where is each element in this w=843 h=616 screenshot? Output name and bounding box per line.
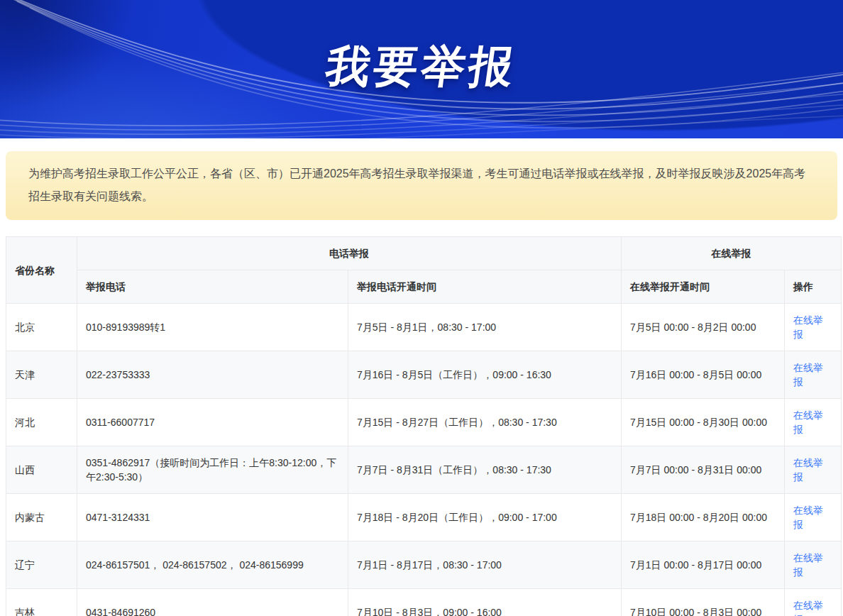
table-row: 山西0351-4862917（接听时间为工作日：上午8:30-12:00，下午2… [6,446,842,494]
province-cell: 内蒙古 [6,494,77,541]
phone-time-cell: 7月10日 - 8月3日，09:00 - 16:00 [348,589,622,616]
table-row: 北京010-89193989转17月5日 - 8月1日，08:30 - 17:0… [6,304,842,351]
hero-banner: 我要举报 [0,0,843,138]
online-time-cell: 7月10日 00:00 - 8月3日 00:00 [622,589,785,616]
phone-time-cell: 7月18日 - 8月20日（工作日），09:00 - 17:00 [348,494,622,541]
header-online-time: 在线举报开通时间 [622,270,785,304]
action-cell: 在线举报 [785,399,842,446]
action-cell: 在线举报 [785,351,842,399]
table-body: 北京010-89193989转17月5日 - 8月1日，08:30 - 17:0… [6,304,842,616]
online-time-cell: 7月18日 00:00 - 8月20日 00:00 [622,494,785,541]
online-time-cell: 7月7日 00:00 - 8月31日 00:00 [622,446,785,494]
online-report-link[interactable]: 在线举报 [793,600,823,616]
notice-box: 为维护高考招生录取工作公平公正，各省（区、市）已开通2025年高考招生录取举报渠… [6,151,837,220]
header-online-group: 在线举报 [622,237,842,270]
header-phone: 举报电话 [77,270,348,304]
phone-cell: 0471-3124331 [77,494,348,541]
phone-cell: 0311-66007717 [77,399,348,446]
notice-text: 为维护高考招生录取工作公平公正，各省（区、市）已开通2025年高考招生录取举报渠… [28,163,815,208]
report-channels-table: 省份名称 电话举报 在线举报 举报电话 举报电话开通时间 在线举报开通时间 操作… [6,236,842,616]
header-province: 省份名称 [6,237,77,304]
phone-time-cell: 7月7日 - 8月31日（工作日），08:30 - 17:30 [348,446,622,494]
action-cell: 在线举报 [785,304,842,351]
page-title: 我要举报 [0,37,843,97]
table-row: 天津022-237533337月16日 - 8月5日（工作日），09:00 - … [6,351,842,399]
action-cell: 在线举报 [785,589,842,616]
table-row: 辽宁024-86157501， 024-86157502， 024-861569… [6,541,842,589]
phone-cell: 0351-4862917（接听时间为工作日：上午8:30-12:00，下午2:3… [77,446,348,494]
header-action: 操作 [785,270,842,304]
phone-cell: 022-23753333 [77,351,348,399]
online-report-link[interactable]: 在线举报 [793,457,823,483]
province-cell: 辽宁 [6,541,77,589]
online-time-cell: 7月16日 00:00 - 8月5日 00:00 [622,351,785,399]
report-table-container: 省份名称 电话举报 在线举报 举报电话 举报电话开通时间 在线举报开通时间 操作… [6,236,837,616]
phone-time-cell: 7月15日 - 8月27日（工作日），08:30 - 17:30 [348,399,622,446]
action-cell: 在线举报 [785,446,842,494]
table-row: 河北0311-660077177月15日 - 8月27日（工作日），08:30 … [6,399,842,446]
table-header: 省份名称 电话举报 在线举报 举报电话 举报电话开通时间 在线举报开通时间 操作 [6,237,842,304]
table-row: 内蒙古0471-31243317月18日 - 8月20日（工作日），09:00 … [6,494,842,541]
phone-time-cell: 7月1日 - 8月17日，08:30 - 17:00 [348,541,622,589]
phone-cell: 0431-84691260 [77,589,348,616]
header-phone-time: 举报电话开通时间 [348,270,622,304]
online-time-cell: 7月5日 00:00 - 8月2日 00:00 [622,304,785,351]
province-cell: 山西 [6,446,77,494]
online-report-link[interactable]: 在线举报 [793,505,823,530]
header-phone-group: 电话举报 [77,237,622,270]
province-cell: 吉林 [6,589,77,616]
phone-time-cell: 7月16日 - 8月5日（工作日），09:00 - 16:30 [348,351,622,399]
online-report-link[interactable]: 在线举报 [793,362,823,387]
online-report-link[interactable]: 在线举报 [793,409,823,435]
online-report-link[interactable]: 在线举报 [793,314,823,340]
online-time-cell: 7月1日 00:00 - 8月17日 00:00 [622,541,785,589]
phone-time-cell: 7月5日 - 8月1日，08:30 - 17:00 [348,304,622,351]
phone-cell: 010-89193989转1 [77,304,348,351]
province-cell: 河北 [6,399,77,446]
province-cell: 北京 [6,304,77,351]
action-cell: 在线举报 [785,541,842,589]
online-time-cell: 7月15日 00:00 - 8月30日 00:00 [622,399,785,446]
province-cell: 天津 [6,351,77,399]
table-row: 吉林0431-846912607月10日 - 8月3日，09:00 - 16:0… [6,589,842,616]
phone-cell: 024-86157501， 024-86157502， 024-86156999 [77,541,348,589]
online-report-link[interactable]: 在线举报 [793,552,823,578]
action-cell: 在线举报 [785,494,842,541]
